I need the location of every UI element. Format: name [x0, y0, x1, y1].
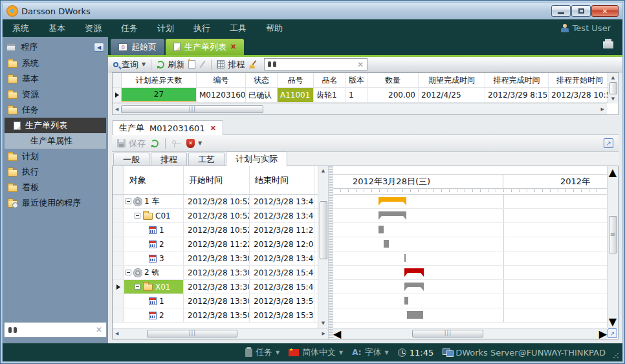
collapse-box-icon[interactable] [135, 213, 140, 219]
tree-vertical-scrollbar[interactable]: ▲▼ [318, 166, 328, 328]
collapse-box-icon[interactable] [126, 198, 131, 204]
menu-item[interactable]: 基本 [39, 20, 75, 37]
menu-item[interactable]: 计划 [148, 20, 184, 37]
printer-icon[interactable] [603, 41, 613, 48]
status-font-menu[interactable]: A: 字体 ▼ [352, 347, 388, 358]
tree-row[interactable]: 22012/3/28 11:222012/3/28 12:00 [113, 237, 328, 252]
sidebar-item[interactable]: 最近使用的程序 [4, 195, 107, 211]
subtab-inactive[interactable]: 工艺 [188, 153, 225, 166]
tree-header-cell[interactable]: 结束时间 [250, 166, 314, 194]
query-button[interactable]: 查询 ▼ [113, 59, 146, 70]
splitter-handle[interactable] [329, 166, 333, 339]
gantt-bar-task[interactable] [384, 240, 389, 248]
close-button[interactable]: ✕ [591, 5, 619, 17]
tab-close-icon[interactable]: ✕ [230, 43, 236, 51]
detail-tab[interactable]: 生产单 M012031601 ✕ [112, 120, 223, 135]
tree-row[interactable]: C012012/3/28 10:522012/3/28 13:40 [113, 209, 328, 223]
menu-item[interactable]: 帮助 [256, 20, 292, 37]
tab-inactive[interactable]: ⌂起始页 [111, 39, 164, 55]
tree-object-cell[interactable]: C01 [124, 209, 184, 222]
gantt-horizontal-scrollbar[interactable]: ◀▶ [333, 328, 607, 339]
sidebar-item[interactable]: 生产单属性 [5, 133, 106, 149]
sidebar-item[interactable]: 执行 [4, 164, 107, 180]
grid-header-cell[interactable]: 期望完成时间 [419, 73, 485, 87]
gantt-bar-task[interactable] [407, 311, 423, 319]
validate-button[interactable]: ✕ ▼ [186, 139, 202, 148]
menu-item[interactable]: 任务 [111, 20, 148, 37]
tree-row[interactable]: 12012/3/28 13:302012/3/28 13:50 [113, 294, 328, 308]
refresh-icon[interactable] [151, 140, 159, 147]
resize-grip[interactable] [613, 352, 619, 359]
grid-cell[interactable]: 2012/3/29 8:15 [485, 88, 549, 102]
grid-cell[interactable]: 2012/4/25 [419, 88, 485, 102]
filter-search-box[interactable]: ✕ [264, 58, 367, 70]
sidebar-item[interactable]: 生产单列表 [5, 118, 106, 133]
grid-cell[interactable]: 2012/3/28 10:52 [549, 88, 611, 102]
filter-clear-icon[interactable]: ✕ [357, 60, 364, 69]
tree-row[interactable]: 32012/3/28 13:302012/3/28 13:40 [113, 252, 328, 266]
sidebar-item[interactable]: 资源 [4, 87, 107, 102]
title-bar[interactable]: Darsson DWorks ✕ [3, 3, 622, 19]
grid-header-cell[interactable]: 排程开始时间 [549, 73, 611, 87]
sidebar-item[interactable]: 计划 [4, 149, 107, 164]
gantt-bar-task[interactable] [378, 226, 384, 233]
menu-item[interactable]: 资源 [75, 20, 111, 37]
gantt-bar-task[interactable] [404, 254, 406, 262]
grid-header-cell[interactable]: 数量 [367, 73, 419, 87]
gantt-bar-summary[interactable] [404, 283, 424, 291]
sidebar-item[interactable]: 基本 [4, 71, 107, 87]
gantt-bar-summary[interactable] [404, 268, 424, 277]
gantt-bar-summary[interactable] [378, 211, 406, 220]
subtab-inactive[interactable]: 一般 [113, 153, 149, 166]
collapse-box-icon[interactable] [126, 270, 131, 275]
status-language-menu[interactable]: 简体中文 ▼ [289, 347, 343, 358]
grid-header-cell[interactable]: 编号 [197, 73, 246, 87]
grid-data-row[interactable]: 27M012031601已确认A11001齿轮11200.002012/4/25… [113, 88, 618, 103]
gantt-bar-task[interactable] [404, 297, 408, 305]
collapse-box-icon[interactable] [135, 284, 140, 290]
tree-header-cell[interactable]: 对象 [124, 166, 184, 194]
grid-cell[interactable]: 齿轮1 [314, 88, 346, 102]
user-area[interactable]: Test User [561, 23, 611, 33]
schedule-button[interactable]: 排程 [217, 59, 245, 70]
tree-row[interactable]: 1 车2012/3/28 10:522012/3/28 13:40 [113, 195, 328, 209]
sidebar-search-clear-icon[interactable]: ✕ [96, 325, 102, 334]
grid-header-cell[interactable]: 计划差异天数 [122, 73, 197, 87]
grid-vertical-scrollbar[interactable]: ▲▼ [608, 73, 618, 103]
grid-cell[interactable]: 1 [346, 88, 367, 102]
menu-item[interactable]: 工具 [220, 20, 256, 37]
grid-cell[interactable]: A11001 [278, 88, 314, 102]
chevron-down-icon[interactable]: ▼ [198, 140, 202, 146]
grid-cell[interactable]: 200.00 [367, 88, 419, 102]
tree-row[interactable]: X012012/3/28 13:302012/3/28 15:40 [113, 280, 328, 294]
grid-horizontal-scrollbar[interactable]: ◀▶ [113, 103, 607, 114]
tree-object-cell[interactable]: 2 [124, 237, 184, 251]
sidebar-collapse-button[interactable]: ◀ [94, 43, 104, 52]
grid-cell[interactable]: 已确认 [246, 88, 278, 102]
grid-cell[interactable]: 27 [122, 88, 197, 102]
save-button[interactable]: 保存 [117, 138, 146, 149]
tree-object-cell[interactable]: 1 [124, 294, 184, 308]
new-document-icon[interactable] [188, 60, 195, 69]
open-external-icon[interactable]: ↗ [604, 138, 613, 148]
sidebar-item[interactable]: 系统 [4, 56, 107, 71]
tree-row[interactable]: 12012/3/28 10:522012/3/28 11:22 [113, 223, 328, 237]
tree-horizontal-scrollbar[interactable]: ◀▶ [113, 328, 328, 339]
status-task-menu[interactable]: 任务 ▼ [245, 347, 280, 358]
refresh-button[interactable]: 刷新 [157, 59, 184, 70]
grid-header-cell[interactable]: 版本 [346, 73, 367, 87]
grid-header-cell[interactable]: 品名 [314, 73, 346, 87]
grid-header-cell[interactable]: 排程完成时间 [485, 73, 549, 87]
grid-header-cell[interactable]: 品号 [278, 73, 314, 87]
chevron-down-icon[interactable]: ▼ [142, 61, 146, 67]
broom-icon[interactable] [248, 60, 258, 69]
menu-item[interactable]: 系统 [3, 20, 39, 37]
menu-item[interactable]: 执行 [184, 20, 220, 37]
gantt-vertical-scrollbar[interactable]: ▲▼ [607, 166, 618, 328]
tree-row[interactable]: 22012/3/28 13:502012/3/28 15:30 [113, 308, 328, 323]
sidebar-item[interactable]: 看板 [4, 180, 107, 195]
tree-object-cell[interactable]: 2 [124, 308, 184, 322]
detail-tab-close-icon[interactable]: ✕ [210, 124, 216, 133]
minimize-button[interactable] [551, 5, 571, 17]
tab-active[interactable]: 生产单列表✕ [166, 39, 244, 55]
